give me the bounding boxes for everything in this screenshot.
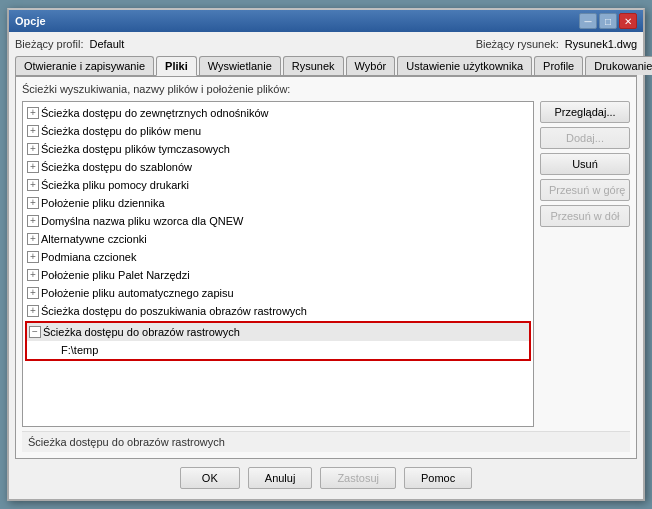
- item-label: Położenie pliku dziennika: [41, 195, 165, 211]
- main-window: Opcje ─ □ ✕ Bieżący profil: Default Bież…: [7, 8, 645, 501]
- list-item[interactable]: + Ścieżka dostępu do plików menu: [25, 122, 531, 140]
- browse-button[interactable]: Przeglądaj...: [540, 101, 630, 123]
- tab-drawing[interactable]: Rysunek: [283, 56, 344, 75]
- tab-printing[interactable]: Drukowanie: [585, 56, 652, 75]
- minimize-button[interactable]: ─: [579, 13, 597, 29]
- move-down-button[interactable]: Przesuń w dół: [540, 205, 630, 227]
- help-button[interactable]: Pomoc: [404, 467, 472, 489]
- tab-profile[interactable]: Profile: [534, 56, 583, 75]
- maximize-button[interactable]: □: [599, 13, 617, 29]
- list-item[interactable]: − Ścieżka dostępu do obrazów rastrowych: [27, 323, 529, 341]
- item-label: Alternatywne czcionki: [41, 231, 147, 247]
- list-item[interactable]: + Alternatywne czcionki: [25, 230, 531, 248]
- expand-icon[interactable]: +: [27, 251, 39, 263]
- expand-icon[interactable]: +: [27, 125, 39, 137]
- list-item[interactable]: + Ścieżka dostępu do poszukiwania obrazó…: [25, 302, 531, 320]
- list-item[interactable]: + Ścieżka pliku pomocy drukarki: [25, 176, 531, 194]
- tab-selection[interactable]: Wybór: [346, 56, 396, 75]
- window-controls: ─ □ ✕: [579, 13, 637, 29]
- apply-button[interactable]: Zastosuj: [320, 467, 396, 489]
- item-label: Położenie pliku Palet Narzędzi: [41, 267, 190, 283]
- remove-button[interactable]: Usuń: [540, 153, 630, 175]
- item-label: Ścieżka dostępu do zewnętrznych odnośnik…: [41, 105, 268, 121]
- profile-left: Bieżący profil: Default: [15, 38, 124, 50]
- close-button[interactable]: ✕: [619, 13, 637, 29]
- item-label: Ścieżka dostępu do poszukiwania obrazów …: [41, 303, 307, 319]
- tabs-row: Otwieranie i zapisywanie Pliki Wyswietla…: [15, 56, 637, 76]
- expand-icon[interactable]: +: [27, 287, 39, 299]
- item-label: Ścieżka dostępu do szablonów: [41, 159, 192, 175]
- window-content: Bieżący profil: Default Bieżący rysunek:…: [9, 32, 643, 499]
- main-panel: Ścieżki wyszukiwania, nazwy plików i poł…: [15, 76, 637, 459]
- item-label: Ścieżka dostępu do obrazów rastrowych: [43, 324, 240, 340]
- profile-right: Bieżący rysunek: Rysunek1.dwg: [476, 38, 637, 50]
- profile-bar: Bieżący profil: Default Bieżący rysunek:…: [15, 38, 637, 50]
- list-item[interactable]: + Ścieżka dostępu plików tymczasowych: [25, 140, 531, 158]
- list-item[interactable]: F:\temp: [27, 341, 529, 359]
- item-label: Położenie pliku automatycznego zapisu: [41, 285, 234, 301]
- item-label: Ścieżka dostępu plików tymczasowych: [41, 141, 230, 157]
- current-profile-value: Default: [89, 38, 124, 50]
- expand-icon[interactable]: +: [27, 197, 39, 209]
- current-drawing-label: Bieżący rysunek:: [476, 38, 559, 50]
- expand-icon[interactable]: +: [27, 107, 39, 119]
- item-label: F:\temp: [61, 342, 98, 358]
- tab-display[interactable]: Wyswietlanie: [199, 56, 281, 75]
- list-item[interactable]: + Położenie pliku dziennika: [25, 194, 531, 212]
- content-area: + Ścieżka dostępu do zewnętrznych odnośn…: [22, 101, 630, 427]
- list-item[interactable]: + Podmiana czcionek: [25, 248, 531, 266]
- cancel-button[interactable]: Anuluj: [248, 467, 313, 489]
- item-label: Domyślna nazwa pliku wzorca dla QNEW: [41, 213, 243, 229]
- panel-title: Ścieżki wyszukiwania, nazwy plików i poł…: [22, 83, 630, 95]
- expand-icon[interactable]: +: [27, 233, 39, 245]
- list-item[interactable]: + Ścieżka dostępu do zewnętrznych odnośn…: [25, 104, 531, 122]
- expand-icon[interactable]: +: [27, 269, 39, 281]
- tree-wrapper: + Ścieżka dostępu do zewnętrznych odnośn…: [22, 101, 534, 427]
- window-title: Opcje: [15, 15, 46, 27]
- expand-icon[interactable]: +: [27, 215, 39, 227]
- titlebar: Opcje ─ □ ✕: [9, 10, 643, 32]
- item-label: Podmiana czcionek: [41, 249, 136, 265]
- current-drawing-value: Rysunek1.dwg: [565, 38, 637, 50]
- tab-open-save[interactable]: Otwieranie i zapisywanie: [15, 56, 154, 75]
- expand-icon[interactable]: +: [27, 305, 39, 317]
- list-item[interactable]: + Położenie pliku automatycznego zapisu: [25, 284, 531, 302]
- status-text: Ścieżka dostępu do obrazów rastrowych: [28, 436, 225, 448]
- expand-icon[interactable]: +: [27, 161, 39, 173]
- buttons-panel: Przeglądaj... Dodaj... Usuń Przesuń w gó…: [540, 101, 630, 427]
- expand-icon[interactable]: +: [27, 143, 39, 155]
- move-up-button[interactable]: Przesuń w górę: [540, 179, 630, 201]
- tab-files[interactable]: Pliki: [156, 56, 197, 76]
- list-item[interactable]: + Położenie pliku Palet Narzędzi: [25, 266, 531, 284]
- current-profile-label: Bieżący profil:: [15, 38, 83, 50]
- list-item[interactable]: + Ścieżka dostępu do szablonów: [25, 158, 531, 176]
- expand-icon[interactable]: +: [27, 179, 39, 191]
- tab-user-settings[interactable]: Ustawienie użytkownika: [397, 56, 532, 75]
- highlighted-group: − Ścieżka dostępu do obrazów rastrowych …: [25, 321, 531, 361]
- expand-icon[interactable]: −: [29, 326, 41, 338]
- ok-button[interactable]: OK: [180, 467, 240, 489]
- status-bar: Ścieżka dostępu do obrazów rastrowych: [22, 431, 630, 452]
- list-item[interactable]: + Domyślna nazwa pliku wzorca dla QNEW: [25, 212, 531, 230]
- item-label: Ścieżka pliku pomocy drukarki: [41, 177, 189, 193]
- add-button[interactable]: Dodaj...: [540, 127, 630, 149]
- tree-list[interactable]: + Ścieżka dostępu do zewnętrznych odnośn…: [23, 102, 533, 426]
- item-label: Ścieżka dostępu do plików menu: [41, 123, 201, 139]
- bottom-bar: OK Anuluj Zastosuj Pomoc: [15, 459, 637, 493]
